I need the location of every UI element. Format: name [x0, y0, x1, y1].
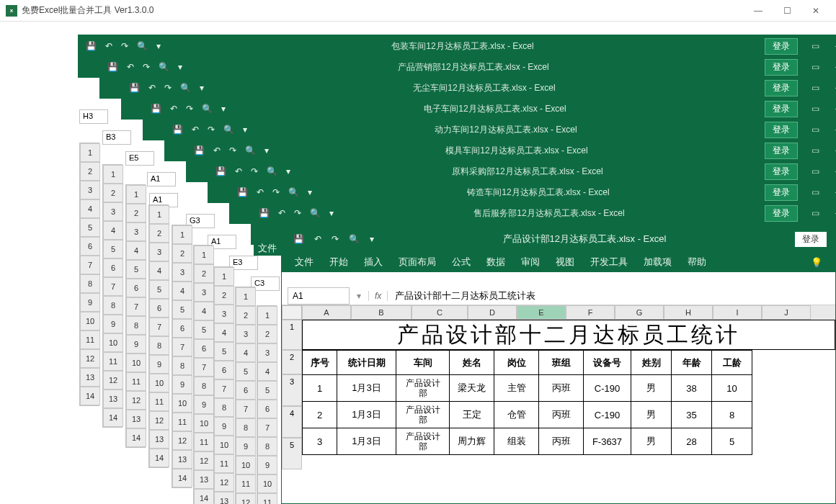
save-icon[interactable]: 💾 — [86, 41, 97, 51]
tab-help[interactable]: 帮助 — [688, 256, 706, 269]
bg-row-num[interactable]: 9 — [194, 395, 214, 414]
bg-row-num[interactable]: 12 — [149, 411, 169, 430]
print-preview-icon[interactable]: 🔍 — [223, 125, 234, 135]
bg-row-num[interactable]: 1 — [103, 165, 123, 184]
bg-row-num[interactable]: 3 — [257, 343, 277, 362]
tab-data[interactable]: 数据 — [486, 256, 505, 269]
bg-row-num[interactable]: 9 — [80, 293, 100, 312]
bg-row-num[interactable]: 6 — [172, 319, 192, 338]
qat-dropdown-icon[interactable]: ▾ — [156, 41, 161, 51]
tab-insert[interactable]: 插入 — [364, 256, 383, 269]
bg-row-num[interactable]: 10 — [194, 414, 214, 433]
col-C[interactable]: C — [412, 305, 468, 320]
table-cell[interactable]: 男 — [631, 428, 672, 455]
bg-row-num[interactable]: 2 — [172, 244, 192, 263]
bg-row-num[interactable]: 14 — [172, 469, 192, 487]
bg-row-num[interactable]: 11 — [80, 330, 100, 349]
bg-row-num[interactable]: 14 — [126, 428, 146, 447]
table-cell[interactable]: 男 — [631, 375, 672, 402]
table-cell[interactable]: 1月3日 — [337, 428, 396, 455]
ribbon-mode-icon[interactable]: ▭ — [808, 104, 822, 114]
bg-row-num[interactable]: 3 — [126, 222, 146, 241]
print-preview-icon[interactable]: 🔍 — [310, 208, 321, 218]
undo-icon[interactable]: ↶ — [192, 125, 199, 135]
login-button[interactable]: 登录 — [765, 80, 798, 96]
table-cell[interactable]: 1月3日 — [337, 375, 396, 402]
tab-addins[interactable]: 加载项 — [644, 256, 672, 269]
table-cell[interactable]: 3 — [303, 428, 337, 455]
bg-row-num[interactable]: 8 — [126, 316, 146, 335]
bg-name-box[interactable]: B3 — [102, 130, 131, 145]
undo-icon[interactable]: ↶ — [127, 62, 134, 72]
undo-icon[interactable]: ↶ — [213, 145, 221, 156]
col-A[interactable]: A — [302, 305, 351, 320]
bg-row-num[interactable]: 12 — [214, 473, 234, 492]
col-H[interactable]: H — [664, 305, 713, 320]
table-cell[interactable]: 28 — [672, 428, 712, 455]
bg-row-num[interactable]: 5 — [149, 280, 169, 299]
bg-row-num[interactable]: 7 — [149, 318, 169, 336]
tab-home[interactable]: 开始 — [329, 256, 348, 269]
bg-row-num[interactable]: 1 — [194, 246, 214, 264]
tab-review[interactable]: 审阅 — [521, 256, 540, 269]
table-cell[interactable]: 仓管 — [494, 402, 539, 428]
bg-row-num[interactable]: 4 — [103, 221, 123, 240]
bg-row-num[interactable]: 4 — [257, 362, 277, 381]
col-G[interactable]: G — [615, 305, 664, 320]
maximize-button[interactable]: ☐ — [773, 0, 801, 22]
table-cell[interactable]: 8 — [712, 402, 752, 428]
close-button[interactable]: ✕ — [801, 0, 830, 22]
bg-row-num[interactable]: 7 — [103, 277, 123, 296]
bg-row-num[interactable]: 14 — [103, 408, 123, 427]
bg-row-num[interactable]: 12 — [80, 349, 100, 368]
table-cell[interactable]: 产品设计部 — [396, 402, 450, 428]
bg-row-num[interactable]: 9 — [149, 355, 169, 374]
login-button[interactable]: 登录 — [765, 122, 798, 138]
formula-value[interactable]: 产品设计部十二月达标员工统计表 — [388, 289, 835, 302]
minimize-icon[interactable]: — — [832, 187, 836, 197]
bg-row-num[interactable]: 12 — [126, 391, 146, 410]
bg-row-num[interactable]: 4 — [172, 282, 192, 300]
table-cell[interactable]: 10 — [712, 375, 752, 402]
table-cell[interactable]: 1 — [303, 375, 337, 402]
select-all-triangle[interactable] — [282, 305, 302, 320]
bg-row-num[interactable]: 6 — [80, 237, 100, 256]
bg-file-tab[interactable]: 文件 — [254, 241, 281, 256]
bg-row-num[interactable]: 1 — [149, 205, 169, 224]
bg-row-num[interactable]: 7 — [236, 400, 256, 418]
bg-row-num[interactable]: 14 — [80, 387, 100, 405]
bg-row-num[interactable]: 11 — [236, 474, 256, 493]
tab-formulas[interactable]: 公式 — [452, 256, 471, 269]
col-F[interactable]: F — [566, 305, 615, 320]
bg-name-box[interactable]: H3 — [79, 109, 108, 124]
print-preview-icon[interactable]: 🔍 — [267, 166, 277, 176]
bg-row-num[interactable]: 7 — [126, 297, 146, 316]
table-cell[interactable]: F-3637 — [584, 428, 631, 455]
bg-row-num[interactable]: 13 — [80, 368, 100, 387]
table-cell[interactable]: 2 — [303, 402, 337, 428]
bg-row-num[interactable]: 13 — [126, 410, 146, 428]
redo-icon[interactable]: ↷ — [208, 125, 215, 135]
minimize-button[interactable]: — — [744, 0, 773, 22]
table-cell[interactable]: 1月3日 — [337, 402, 396, 428]
bg-row-num[interactable]: 3 — [194, 283, 214, 302]
bg-row-num[interactable]: 10 — [80, 312, 100, 330]
bg-row-num[interactable]: 4 — [236, 343, 256, 362]
redo-icon[interactable]: ↷ — [143, 62, 150, 72]
bg-row-num[interactable]: 12 — [194, 451, 214, 470]
bg-row-num[interactable]: 9 — [172, 375, 192, 394]
bg-row-num[interactable]: 11 — [149, 392, 169, 411]
bg-row-num[interactable]: 4 — [126, 241, 146, 260]
bg-row-num[interactable]: 5 — [257, 381, 277, 400]
bg-row-num[interactable]: 4 — [194, 302, 214, 320]
qat-dropdown-icon[interactable]: ▾ — [200, 83, 204, 93]
bg-row-num[interactable]: 10 — [149, 374, 169, 392]
bg-row-num[interactable]: 7 — [80, 256, 100, 274]
ribbon-mode-icon[interactable]: ▭ — [808, 83, 822, 93]
login-button[interactable]: 登录 — [765, 184, 798, 201]
redo-icon[interactable]: ↷ — [251, 166, 258, 176]
undo-icon[interactable]: ↶ — [148, 83, 156, 93]
fx-icon[interactable]: fx — [368, 291, 388, 301]
undo-icon[interactable]: ↶ — [170, 104, 177, 114]
redo-icon[interactable]: ↷ — [294, 208, 301, 218]
